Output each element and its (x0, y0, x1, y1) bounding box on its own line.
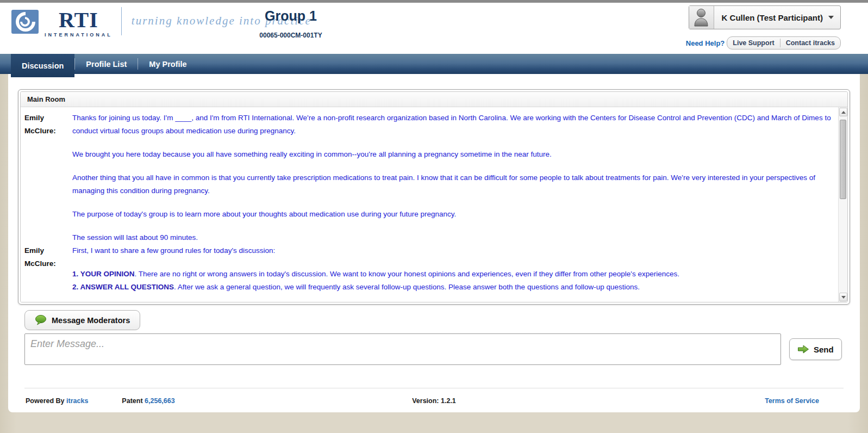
powered-by-label: Powered By (26, 397, 65, 405)
scroll-up-button[interactable] (839, 108, 847, 116)
version-value: 1.2.1 (441, 397, 456, 405)
send-button[interactable]: Send (789, 338, 842, 360)
patent-number-link[interactable]: 6,256,663 (145, 397, 175, 405)
terms-of-service-link[interactable]: Terms of Service (765, 397, 819, 405)
message-paragraph: We brought you here today because you al… (72, 148, 835, 161)
user-menu-button[interactable]: K Cullen (Test Participant) (689, 5, 841, 29)
message-paragraph: The session will last about 90 minutes. (72, 231, 835, 244)
main-room-panel: Main Room Emily McClure:Thanks for joini… (18, 89, 850, 305)
avatar (689, 6, 714, 29)
app-window: RTI INTERNATIONAL turning knowledge into… (0, 0, 868, 433)
group-code: 00065-000CM-001TY (239, 32, 342, 39)
message-paragraph: First, I want to share a few ground rule… (72, 244, 835, 257)
live-support-button[interactable]: Live Support (727, 37, 779, 49)
chat-message: Emily McClure:First, I want to share a f… (24, 244, 835, 294)
message-paragraph: Another thing that you all have in commo… (72, 171, 835, 197)
arrow-down-icon (841, 296, 846, 299)
need-help-label: Need Help? (686, 39, 725, 47)
rti-international-text: INTERNATIONAL (45, 32, 113, 38)
main-content-card: Main Room Emily McClure:Thanks for joini… (8, 74, 860, 412)
message-paragraph: 1. YOUR OPINION. There are no right or w… (72, 268, 835, 281)
help-button-group: Live Support Contact itracks (727, 36, 841, 50)
tab-discussion[interactable]: Discussion (11, 54, 74, 77)
message-author: Emily McClure: (24, 112, 70, 244)
chevron-down-icon (828, 16, 834, 19)
rti-wordmark: RTI INTERNATIONAL (45, 9, 113, 38)
send-label: Send (814, 345, 834, 354)
person-icon (693, 8, 709, 27)
room-title: Main Room (21, 92, 847, 107)
scroll-down-button[interactable] (839, 293, 847, 301)
brand-divider (121, 7, 122, 35)
arrow-up-icon (841, 111, 846, 114)
message-paragraph: The purpose of today's group is to learn… (72, 208, 835, 221)
patent: Patent 6,256,663 (122, 397, 174, 405)
message-moderators-label: Message Moderators (52, 316, 130, 325)
compose-row: Send (24, 333, 850, 365)
chat-messages: Emily McClure:Thanks for joining us toda… (21, 107, 838, 302)
nav-bar: Discussion Profile List My Profile (0, 54, 868, 74)
tab-my-profile[interactable]: My Profile (138, 54, 197, 74)
page-title: Group 1 (239, 8, 342, 24)
header: RTI INTERNATIONAL turning knowledge into… (0, 3, 868, 54)
tab-profile-list[interactable]: Profile List (75, 54, 138, 74)
group-block: Group 1 00065-000CM-001TY (239, 8, 342, 39)
version: Version: 1.2.1 (412, 397, 456, 405)
message-input[interactable] (24, 333, 781, 365)
message-author: Emily McClure: (24, 244, 70, 294)
rti-text: RTI (59, 9, 98, 31)
itracks-link[interactable]: itracks (66, 397, 88, 405)
user-name-label: K Cullen (Test Participant) (722, 13, 823, 22)
message-paragraph: Thanks for joining us today. I'm ____, a… (72, 112, 835, 138)
message-paragraphs: Thanks for joining us today. I'm ____, a… (70, 112, 835, 244)
message-paragraph: 2. ANSWER ALL QUESTIONS. After we ask a … (72, 281, 835, 294)
message-moderators-button[interactable]: Message Moderators (24, 310, 140, 330)
footer-left: Powered By itracks Patent 6,256,663 (26, 397, 175, 405)
scrollbar-thumb[interactable] (840, 120, 846, 199)
version-label: Version: (412, 397, 439, 405)
chat-message: Emily McClure:Thanks for joining us toda… (24, 112, 835, 244)
patent-label: Patent (122, 397, 142, 405)
powered-by: Powered By itracks (26, 397, 88, 405)
contact-itracks-button[interactable]: Contact itracks (780, 37, 840, 49)
send-arrow-icon (797, 345, 809, 354)
chat-scrollbar[interactable] (838, 107, 847, 302)
user-name: K Cullen (Test Participant) (714, 6, 840, 29)
rti-logo-icon (11, 9, 39, 34)
help-row: Need Help? Live Support Contact itracks (686, 36, 841, 50)
message-paragraphs: First, I want to share a few ground rule… (70, 244, 835, 294)
footer: Powered By itracks Patent 6,256,663 Vers… (24, 388, 844, 415)
chat-area: Emily McClure:Thanks for joining us toda… (21, 107, 847, 302)
chat-bubble-icon (35, 315, 47, 325)
